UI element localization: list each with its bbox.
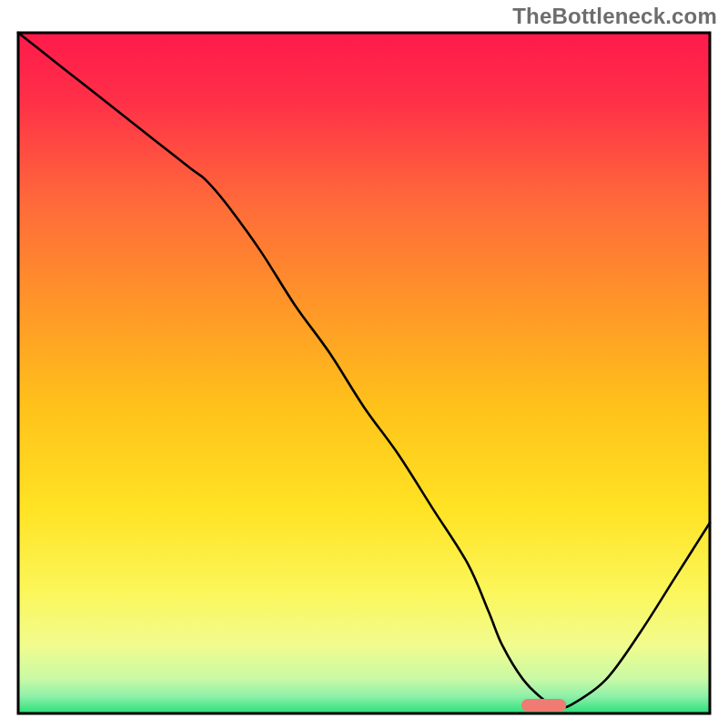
chart-stage: TheBottleneck.com <box>0 0 728 728</box>
bottleneck-chart <box>0 0 728 728</box>
optimal-range-marker <box>521 699 566 712</box>
plot-area <box>18 33 710 713</box>
